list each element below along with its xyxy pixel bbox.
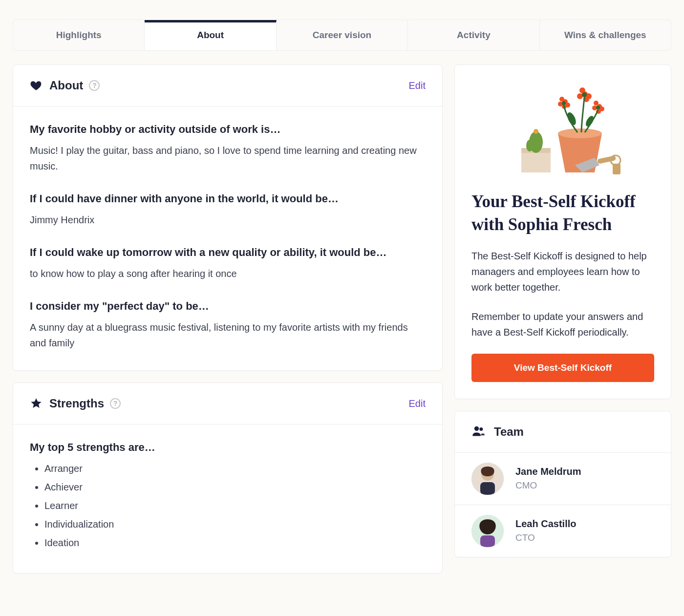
- member-name: Jane Meldrum: [515, 466, 581, 477]
- svg-rect-36: [480, 535, 495, 547]
- tab-about[interactable]: About: [145, 20, 276, 50]
- about-qa-3: If I could wake up tomorrow with a new q…: [30, 246, 426, 281]
- svg-point-25: [534, 129, 538, 134]
- kickoff-p1: The Best-Self Kickoff is designed to hel…: [471, 248, 654, 295]
- strengths-q1: My top 5 strengths are…: [30, 441, 426, 454]
- svg-point-18: [596, 106, 600, 109]
- svg-point-17: [582, 92, 587, 97]
- about-a1: Music! I play the guitar, bass and piano…: [30, 143, 426, 174]
- list-item: Individualization: [44, 516, 426, 532]
- strengths-card: Strengths ? Edit My top 5 strengths are……: [13, 382, 443, 574]
- avatar: [471, 463, 504, 495]
- svg-point-29: [474, 426, 479, 430]
- about-qa-1: My favorite hobby or activity outside of…: [30, 123, 426, 174]
- star-icon: [30, 397, 43, 410]
- tab-highlights[interactable]: Highlights: [13, 20, 145, 50]
- view-kickoff-button[interactable]: View Best-Self Kickoff: [471, 354, 654, 382]
- about-title: About: [49, 79, 83, 92]
- team-card: Team Jane Meldrum CMO Leah Castillo CTO: [454, 411, 671, 557]
- about-q3: If I could wake up tomorrow with a new q…: [30, 246, 426, 259]
- member-title: CMO: [515, 480, 581, 491]
- list-item: Achiever: [44, 479, 426, 495]
- strengths-card-header: Strengths ? Edit: [13, 383, 442, 425]
- flowerpot-illustration: [499, 80, 626, 177]
- strengths-list: Arranger Achiever Learner Individualizat…: [30, 461, 426, 551]
- team-row[interactable]: Jane Meldrum CMO: [455, 453, 671, 505]
- tab-wins-challenges[interactable]: Wins & challenges: [540, 20, 671, 50]
- about-q2: If I could have dinner with anyone in th…: [30, 192, 426, 205]
- strengths-qa-1: My top 5 strengths are… Arranger Achieve…: [30, 441, 426, 551]
- tab-career-vision[interactable]: Career vision: [277, 20, 408, 50]
- heart-icon: [30, 79, 43, 92]
- about-q4: I consider my "perfect day" to be…: [30, 300, 426, 313]
- avatar: [471, 515, 504, 547]
- svg-point-19: [566, 111, 578, 126]
- svg-point-16: [562, 101, 566, 105]
- edit-strengths-link[interactable]: Edit: [409, 398, 426, 409]
- tab-activity[interactable]: Activity: [408, 20, 539, 50]
- svg-rect-33: [480, 482, 495, 495]
- help-icon[interactable]: ?: [89, 80, 100, 91]
- list-item: Ideation: [44, 535, 426, 551]
- about-a3: to know how to play a song after hearing…: [30, 266, 426, 281]
- about-card: About ? Edit My favorite hobby or activi…: [13, 64, 443, 371]
- list-item: Learner: [44, 498, 426, 513]
- member-title: CTO: [515, 532, 576, 543]
- svg-point-13: [594, 101, 598, 106]
- about-a4: A sunny day at a bluegrass music festiva…: [30, 319, 426, 351]
- svg-point-24: [526, 140, 533, 151]
- strengths-title: Strengths: [49, 397, 104, 410]
- about-a2: Jimmy Hendrix: [30, 212, 426, 228]
- about-qa-2: If I could have dinner with anyone in th…: [30, 192, 426, 228]
- kickoff-title: Your Best-Self Kickoff with Sophia Fresc…: [471, 190, 654, 236]
- kickoff-card: Your Best-Self Kickoff with Sophia Fresc…: [454, 64, 671, 399]
- edit-about-link[interactable]: Edit: [409, 80, 426, 91]
- list-item: Arranger: [44, 461, 426, 476]
- about-card-header: About ? Edit: [13, 65, 442, 106]
- tabs-bar: Highlights About Career vision Activity …: [13, 20, 671, 51]
- member-name: Leah Castillo: [515, 518, 576, 530]
- about-q1: My favorite hobby or activity outside of…: [30, 123, 426, 136]
- svg-rect-28: [613, 164, 620, 174]
- svg-point-3: [559, 97, 564, 102]
- help-icon[interactable]: ?: [110, 398, 121, 409]
- team-row[interactable]: Leah Castillo CTO: [455, 505, 671, 557]
- about-qa-4: I consider my "perfect day" to be… A sun…: [30, 300, 426, 351]
- team-title: Team: [494, 425, 524, 439]
- svg-point-0: [558, 128, 602, 138]
- kickoff-p2: Remember to update your answers and have…: [471, 309, 654, 340]
- team-card-header: Team: [455, 411, 671, 453]
- people-icon: [471, 424, 485, 440]
- svg-point-30: [479, 427, 483, 431]
